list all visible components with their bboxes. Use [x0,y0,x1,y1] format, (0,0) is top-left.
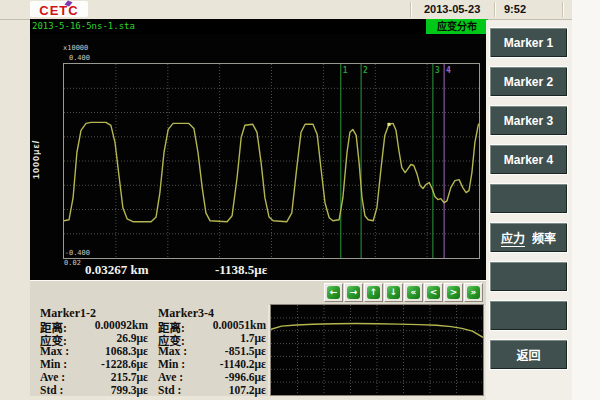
stat-label: 应变: [40,332,67,345]
freq-label: 频率 [532,229,556,246]
instrument-screen: CETC 2013-05-23 9:52 2013-5-16-5ns-1.sta… [0,0,600,400]
stat-row: 应变:26.9με [40,332,148,345]
stat-label: Max : [40,345,69,358]
cursor-strain-value: -1138.5με [215,262,267,278]
stat-label: 距离: [158,319,185,332]
stat-row: 应变:1.7με [158,332,266,345]
y-max-label: 0.400 [38,55,90,62]
stat-label: 应变: [158,332,185,345]
arrow-right-icon: → [347,286,360,299]
stat-value: 26.9με [116,332,148,345]
pan-right-button[interactable]: → [344,283,363,302]
stat-value: 215.7με [111,371,148,384]
stat-label: Std : [40,384,63,397]
cursor-distance-value: 0.03267 km [85,262,149,278]
stat-label: 距离: [40,319,67,332]
stat-row: Min :-1140.2με [158,358,266,371]
stat-value: 1068.3με [105,345,148,358]
marker4-button[interactable]: Marker 4 [489,144,568,175]
marker34-header: Marker3-4 [158,306,266,319]
pan-left-button[interactable]: ← [324,283,343,302]
y-min-label: -0.400 [38,250,90,257]
measurement-status-strip: FWHM:0.49833 fB:10.71154 Peak:80.45045 ←… [30,280,488,305]
marker3-button[interactable]: Marker 3 [489,105,568,136]
mode-badge: 应变分布 [426,19,488,34]
stat-value: 0.00092km [95,319,148,332]
arrow-left-icon: ← [327,286,340,299]
cursor-readout: 0.03267 km -1138.5με [30,262,488,280]
overview-trace-svg [271,305,483,395]
chevron-left-icon: < [427,286,440,299]
stat-row: Std :107.2με [158,384,266,397]
stat-label: Ave : [40,371,65,384]
stress-label: 应力 [501,229,525,247]
back-button-label: 返回 [516,346,540,363]
softkey-sidebar: Marker 1 Marker 2 Marker 3 Marker 4 应力 频… [486,20,572,400]
stat-row: Std :799.3με [40,384,148,397]
double-chevron-right-icon: » [467,286,480,299]
svg-text:4: 4 [446,66,451,75]
stat-row: Ave :-996.6με [158,371,266,384]
arrow-down-icon: ↓ [387,286,400,299]
chevron-right-icon: > [447,286,460,299]
stat-label: Min : [158,358,185,371]
stat-row: Min :-1228.6με [40,358,148,371]
header-separator [562,2,564,17]
stat-value: -1140.2με [220,358,266,371]
cetc-logo: CETC [30,1,88,17]
cetc-logo-text: CETC [39,3,78,18]
stat-row: Ave :215.7με [40,371,148,384]
blank-softkey-1[interactable] [489,183,568,214]
marker1-button[interactable]: Marker 1 [489,27,568,58]
stat-value: 107.2με [229,384,266,397]
header-separator [410,2,412,17]
marker12-stats-column: Marker1-2 距离:0.00092km 应变:26.9με Max :10… [30,306,148,396]
step-left-button[interactable]: < [424,283,443,302]
marker2-button[interactable]: Marker 2 [489,66,568,97]
strain-plot-area[interactable]: 1234 [63,63,480,259]
stat-label: Std : [158,384,181,397]
stat-value: 0.00051km [213,319,266,332]
marker-stats-panel: Marker1-2 距离:0.00092km 应变:26.9με Max :10… [30,304,268,396]
open-file-name: 2013-5-16-5ns-1.sta [32,21,135,31]
stat-value: -1228.6με [101,358,148,371]
stat-label: Min : [40,358,67,371]
stat-label: Ave : [158,371,183,384]
page-left-button[interactable]: « [404,283,423,302]
stat-row: 距离:0.00051km [158,319,266,332]
marker4-button-label: Marker 4 [504,153,553,167]
stat-value: 1.7με [240,332,266,345]
stat-row: Max :-851.5με [158,345,266,358]
top-bar: CETC 2013-05-23 9:52 [0,0,600,20]
svg-text:3: 3 [435,66,440,75]
time-label: 9:52 [504,3,526,15]
blank-softkey-2[interactable] [489,261,568,292]
header-separator [494,2,496,17]
marker1-button-label: Marker 1 [504,36,553,50]
stat-value: -996.6με [225,371,266,384]
svg-text:1: 1 [343,66,348,75]
pan-down-button[interactable]: ↓ [384,283,403,302]
file-bar: 2013-5-16-5ns-1.sta 应变分布 [30,19,488,34]
back-button[interactable]: 返回 [489,339,568,370]
y-scale-factor-label: x10000 [63,45,88,52]
svg-text:2: 2 [363,66,368,75]
marker2-button-label: Marker 2 [504,75,553,89]
blank-softkey-3[interactable] [489,300,568,331]
stat-row: Max :1068.3με [40,345,148,358]
stat-value: 799.3με [111,384,148,397]
pan-up-button[interactable]: ↑ [364,283,383,302]
page-right-button[interactable]: » [464,283,483,302]
marker34-stats-column: Marker3-4 距离:0.00051km 应变:1.7με Max :-85… [148,306,266,396]
main-chart-panel: x10000 0.400 1000με/ 1234 -0.400 0.02 0.… [30,34,488,280]
stress-freq-toggle-button[interactable]: 应力 频率 [489,222,568,253]
stat-value: -851.5με [225,345,266,358]
date-label: 2013-05-23 [424,3,480,15]
step-right-button[interactable]: > [444,283,463,302]
arrow-up-icon: ↑ [367,286,380,299]
right-margin [572,0,600,400]
stat-row: 距离:0.00092km [40,319,148,332]
y-axis-label: 1000με/ [31,94,43,224]
strain-trace-svg: 1234 [64,64,479,258]
marker3-button-label: Marker 3 [504,114,553,128]
